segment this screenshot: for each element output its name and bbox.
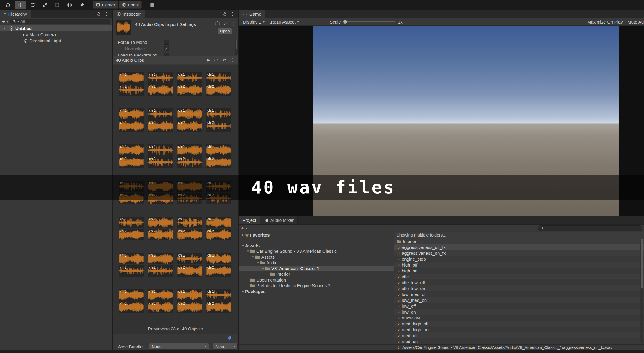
preview-resize-handle[interactable] [150,59,201,61]
presets-icon[interactable] [223,21,228,26]
audio-clip-thumbnail[interactable]: ch 1ch 2 [206,108,231,132]
tree-toggle-icon[interactable]: ▾ [256,261,260,264]
audio-clip-thumbnail[interactable]: ch 1ch 2 [148,108,173,132]
project-file-item[interactable]: ♪med_high_off [394,321,644,327]
tree-toggle-icon[interactable]: ▸ [241,233,245,237]
panel-menu-icon[interactable]: ⋮ [230,11,235,16]
project-search-input[interactable] [538,225,642,231]
cycle-icon[interactable] [222,58,227,62]
project-file-item[interactable]: ♪low_med_off [394,291,644,297]
project-file-item[interactable]: Interior [394,238,644,244]
audio-clip-thumbnail[interactable]: ch 1ch 2 [177,289,202,313]
scale-tool-button[interactable] [39,1,51,9]
audio-clip-thumbnail[interactable]: ch 1ch 2 [119,108,144,132]
tree-toggle-icon[interactable]: ▾ [261,267,265,270]
scrollbar-thumb[interactable] [641,239,643,288]
open-button[interactable]: Open [218,28,232,34]
tab-hierarchy[interactable]: ≡ Hierarchy [0,10,31,18]
property-checkbox[interactable]: ✓ [164,46,169,51]
tree-toggle-icon[interactable]: ▾ [241,244,245,247]
hierarchy-item-main-camera[interactable]: Main Camera [0,31,112,38]
audio-clip-thumbnail[interactable]: ch 1ch 2 [148,217,173,240]
hierarchy-search-input[interactable]: ▾ All [10,19,110,24]
audio-clip-thumbnail[interactable]: ch 1ch 2 [119,253,144,277]
project-tree-item[interactable]: ▾Car Engine Sound - V8 American Classic [239,248,394,254]
rect-tool-button[interactable] [52,1,63,9]
header-menu-icon[interactable]: ⋮ [231,21,235,26]
audio-clip-thumbnail[interactable]: ch 1ch 2 [119,72,144,96]
aspect-dropdown[interactable]: 16:10 Aspect ▾ [270,18,299,26]
audio-clip-thumbnail[interactable]: ch 1ch 2 [177,253,202,277]
project-file-item[interactable]: ♪low_med_on [394,297,644,303]
project-file-item[interactable]: ♪idle_low_on [394,285,644,291]
create-asset-dropdown-icon[interactable]: ▾ [246,227,247,230]
move-tool-button[interactable] [15,1,26,9]
audio-clip-thumbnail[interactable]: ch 1ch 2 [206,289,231,313]
audio-clip-thumbnail[interactable]: ch 1ch 2 [148,253,173,277]
project-file-item[interactable]: ♪high_off [394,262,644,268]
audio-clip-thumbnail[interactable]: ch 1ch 2 [119,144,144,168]
audio-clip-thumbnail[interactable]: ch 1ch 2 [119,217,144,240]
project-file-item[interactable]: ♪maxRPM [394,315,644,321]
create-button[interactable]: + [2,19,5,24]
transform-tool-button[interactable] [64,1,75,9]
project-file-item[interactable]: ♪high_on [394,268,644,274]
hand-tool-button[interactable] [2,1,14,9]
audio-clip-thumbnail[interactable]: ch 1ch 2 [206,253,231,277]
project-tree-item[interactable]: Interior [239,271,394,277]
audio-clip-thumbnail[interactable]: ch 1ch 2 [148,289,173,313]
mute-audio-toggle[interactable]: Mute Au [628,18,644,26]
create-dropdown-icon[interactable]: ▾ [7,20,8,23]
audio-clip-thumbnail[interactable]: ch 1ch 2 [206,72,231,96]
pivot-center-button[interactable]: Center [93,1,118,9]
file-list-scrollbar[interactable] [640,239,643,343]
lock-icon[interactable] [223,12,227,16]
scale-slider[interactable] [344,21,395,22]
tree-toggle-icon[interactable]: ▾ [4,26,8,30]
maximize-on-play-toggle[interactable]: Maximize On Play [587,18,623,26]
audio-clip-thumbnail[interactable]: ch 1ch 2 [177,108,202,132]
project-file-item[interactable]: ♪med_off [394,332,644,338]
property-checkbox[interactable] [164,40,169,45]
orientation-local-button[interactable]: Local [119,1,142,9]
project-tree-item[interactable]: ▸★Favorites [239,232,394,238]
tab-project[interactable]: Project [239,216,260,224]
scrollbar-thumb[interactable] [236,39,237,49]
project-tree-item[interactable]: ▾Assets [239,243,394,249]
audio-clip-thumbnail[interactable]: ch 1ch 2 [206,144,231,168]
rotate-tool-button[interactable] [27,1,38,9]
audio-clip-thumbnail[interactable]: ch 1ch 2 [177,72,202,96]
tree-toggle-icon[interactable]: ▾ [251,255,255,259]
panel-menu-icon[interactable]: ⋮ [104,11,109,16]
project-file-item[interactable]: ♪low_on [394,309,644,315]
display-dropdown[interactable]: Display 1 ▾ [243,18,265,26]
tab-audio-mixer[interactable]: Audio Mixer [260,216,298,224]
tab-inspector[interactable]: Inspector [113,10,145,18]
project-tree-item[interactable]: Documentation [239,277,394,283]
project-file-item[interactable]: ♪aggressiveness_off_fx [394,244,644,250]
project-tree-item[interactable]: ▾Assets [239,254,394,260]
search-filter-caret-icon[interactable]: ▾ [17,20,19,23]
assetbundle-tag-icon[interactable] [227,336,232,340]
project-file-item[interactable]: ♪idle_low_off [394,279,644,285]
tab-game[interactable]: Game [239,10,265,18]
audio-clip-thumbnail[interactable]: ch 1ch 2 [177,217,202,240]
inspector-scrollbar[interactable] [235,38,238,55]
audio-clip-thumbnail[interactable]: ch 1ch 2 [206,217,231,240]
custom-tool-button[interactable] [76,1,88,9]
scale-slider-knob[interactable] [343,20,347,24]
hierarchy-item-scene[interactable]: ▾ Untitled ⋮ [0,25,112,31]
assetbundle-variant-dropdown[interactable]: None ▾ [213,343,238,350]
help-icon[interactable]: ? [215,21,220,26]
project-file-item[interactable]: ♪med_high_on [394,327,644,332]
audio-clip-thumbnail[interactable]: ch 1ch 2 [148,72,173,96]
assetbundle-dropdown[interactable]: None ▾ [149,343,209,350]
grid-snapping-button[interactable] [146,1,158,9]
hierarchy-item-directional-light[interactable]: Directional Light [0,38,112,44]
project-file-item[interactable]: ♪aggressiveness_on_fx [394,250,644,256]
project-tree-item[interactable]: Prefabs for Realistic Engine Sounds 2 [239,283,394,289]
project-file-item[interactable]: ♪engine_stop [394,256,644,262]
tree-toggle-icon[interactable]: ▾ [246,249,250,253]
play-icon[interactable]: ▶ [207,58,210,62]
property-checkbox[interactable] [164,53,169,56]
